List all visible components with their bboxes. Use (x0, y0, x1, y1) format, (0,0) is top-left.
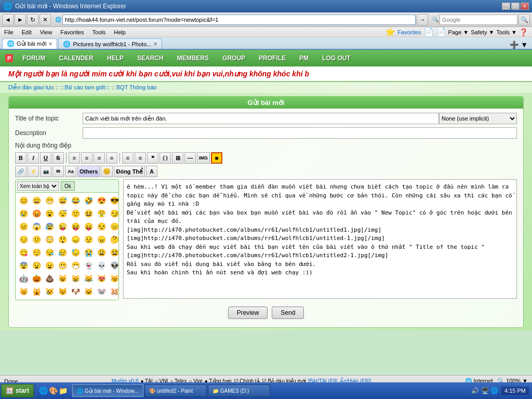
emoji-item[interactable]: 😾 (56, 285, 69, 298)
emoji-item[interactable]: 😤 (95, 207, 108, 220)
emoji-item[interactable]: 😭 (82, 246, 95, 259)
menu-edit[interactable]: Edit (22, 29, 32, 35)
dong-the-button[interactable]: Đóng Thể (114, 166, 145, 177)
page-icon[interactable]: 📄 (436, 27, 446, 37)
maximize-button[interactable]: □ (511, 3, 520, 10)
quote-button[interactable]: ❝ (147, 152, 158, 164)
emoji-item[interactable]: 😴 (56, 207, 69, 220)
breadcrumb-current[interactable]: BQT Thông báo (116, 84, 157, 90)
nav-members[interactable]: MEMBERS (171, 52, 215, 64)
others-button[interactable]: Others (77, 166, 100, 177)
align-center-button[interactable]: ≡ (81, 152, 92, 164)
nav-search[interactable]: SEARCH (131, 52, 170, 64)
emoji-item[interactable]: 👻 (82, 259, 95, 272)
emoji-item[interactable]: 😻 (95, 272, 108, 285)
emoji-item[interactable]: 😳 (43, 233, 56, 246)
emoji-ok-button[interactable]: Ok (61, 181, 75, 191)
menu-view[interactable]: View (40, 29, 52, 35)
emoji-item[interactable]: 😩 (95, 246, 108, 259)
menu-help[interactable]: Help (114, 29, 126, 35)
favorites-link[interactable]: Favorites (397, 29, 421, 35)
bold-button[interactable]: B (15, 152, 26, 164)
emoji-item[interactable]: 😍 (95, 194, 108, 207)
start-button[interactable]: 🪟 start (1, 384, 34, 397)
img-button[interactable]: IMG (197, 152, 210, 164)
nav-pm[interactable]: PM (293, 52, 315, 64)
emoji-item[interactable]: 🤖 (17, 272, 30, 285)
emoji-item[interactable]: 😱 (30, 220, 43, 233)
emoji-item[interactable]: 😫 (108, 246, 118, 259)
emoji-item[interactable]: 😎 (108, 194, 118, 207)
list-num-button[interactable]: ≡ (135, 152, 146, 164)
emoji-item[interactable]: 😿 (43, 285, 56, 298)
emoji-item[interactable]: 😟 (82, 233, 95, 246)
send-button[interactable]: Send (272, 307, 304, 319)
tab-list-icon[interactable]: ▼ (521, 41, 528, 49)
strike-button[interactable]: S (52, 152, 64, 164)
nav-forum[interactable]: FORUM (16, 52, 51, 64)
nav-calender[interactable]: CALENDER (52, 52, 100, 64)
taskbar-item-3[interactable]: 📁 GAMES (D:) (208, 384, 270, 397)
link-button[interactable]: 🔗 (15, 166, 26, 177)
tab-active[interactable]: 🌐 Gửi bài mới ✕ (2, 38, 57, 49)
emoji-item[interactable]: 😠 (95, 233, 108, 246)
emoji-item[interactable]: 😲 (56, 233, 69, 246)
emoji-item[interactable]: 😅 (56, 194, 69, 207)
emoji-item[interactable]: 🐱 (82, 285, 95, 298)
emoji-item[interactable]: 😒 (95, 220, 108, 233)
emoji-item[interactable]: 😢 (17, 207, 30, 220)
emoji-item[interactable]: 😏 (108, 207, 118, 220)
italic-button[interactable]: I (28, 152, 39, 164)
nav-logout[interactable]: LOG OUT (316, 52, 357, 64)
align-justify-button[interactable]: ≡ (106, 152, 117, 164)
tab-close-1[interactable]: ✕ (48, 41, 52, 47)
flash-button[interactable]: ⚡ (28, 166, 39, 177)
go-button[interactable]: → (417, 14, 428, 25)
emoji-item[interactable]: 👽 (108, 259, 118, 272)
emoji-item[interactable]: 😓 (69, 246, 82, 259)
emoji-item[interactable]: 🐶 (69, 285, 82, 298)
emoji-item[interactable]: 😰 (43, 220, 56, 233)
code-button[interactable]: { } (159, 152, 171, 164)
help-icon[interactable]: ❓ (519, 28, 528, 36)
emoji-item[interactable]: 🎃 (30, 272, 43, 285)
list-button[interactable]: ≡ (122, 152, 134, 164)
emoji-item[interactable]: 😜 (56, 220, 69, 233)
emoji-select[interactable]: Xem toàn bộ (17, 181, 59, 191)
nav-profile[interactable]: PROFILE (252, 52, 292, 64)
tab-close-2[interactable]: ✕ (153, 41, 157, 47)
emoji-item[interactable]: 🐭 (95, 285, 108, 298)
emoji-item[interactable]: 😌 (30, 246, 43, 259)
back-button[interactable]: ◄ (2, 14, 14, 25)
underline-button[interactable]: U (40, 152, 51, 164)
emoji-item[interactable]: 😄 (30, 194, 43, 207)
stop-button[interactable]: ✕ (39, 14, 51, 25)
emoji-item[interactable]: 😦 (43, 259, 56, 272)
tools-btn[interactable]: Tools ▼ (496, 29, 517, 35)
editor-textarea[interactable] (123, 179, 517, 299)
menu-file[interactable]: File (4, 29, 14, 35)
minimize-button[interactable]: _ (502, 3, 510, 10)
emoji-item[interactable]: 😽 (17, 285, 30, 298)
emoji-item[interactable]: 🤣 (82, 194, 95, 207)
emoji-item[interactable]: 😆 (82, 207, 95, 220)
title-select[interactable]: None (use implicit) (439, 113, 517, 124)
emoji-item[interactable]: 😷 (69, 259, 82, 272)
refresh-button[interactable]: ↻ (27, 14, 38, 25)
font-button[interactable]: Aa (65, 166, 76, 177)
table-button[interactable]: ⊞ (172, 152, 183, 164)
emoji-item[interactable]: 😔 (17, 233, 30, 246)
emoji-item[interactable]: 😬 (56, 259, 69, 272)
safety-btn[interactable]: Safety ▼ (471, 29, 494, 35)
forward-button[interactable]: ► (15, 14, 26, 25)
taskbar-item-2[interactable]: 🎨 untitled2 - Paint (144, 384, 207, 397)
emoji-item[interactable]: 😨 (17, 259, 30, 272)
emoji-item[interactable]: 😧 (30, 259, 43, 272)
new-tab-icon[interactable]: ➕ (510, 41, 518, 49)
emoji-item[interactable]: 😊 (17, 194, 30, 207)
hr-button[interactable]: — (184, 152, 196, 164)
align-left-button[interactable]: ≡ (69, 152, 80, 164)
search-box[interactable] (440, 15, 517, 25)
emoji-item[interactable]: 😛 (82, 220, 95, 233)
page-btn[interactable]: Page ▼ (448, 29, 469, 35)
